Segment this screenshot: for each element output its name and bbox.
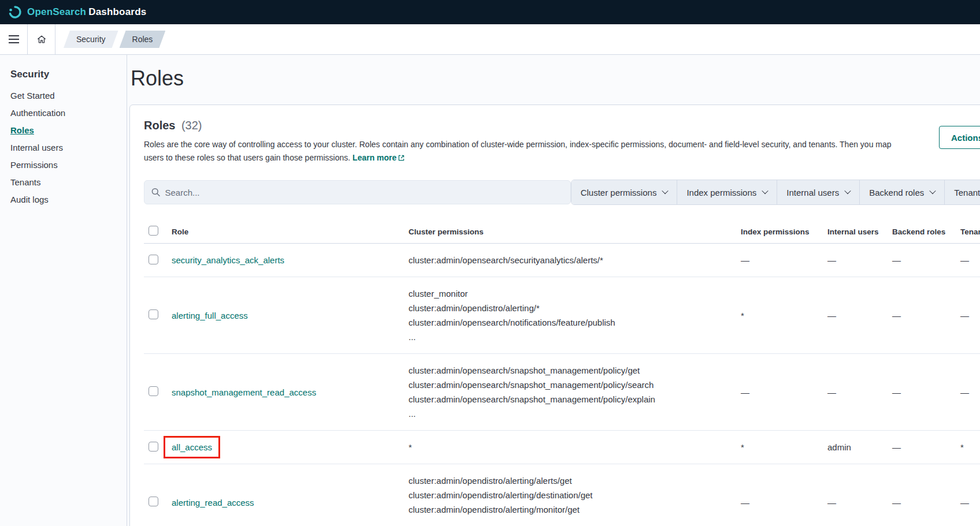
chevron-down-icon [662,188,669,194]
row-checkbox[interactable] [149,255,158,264]
row-checkbox[interactable] [149,309,158,319]
cluster-permission: cluster:admin/opendistro/alerting/destin… [409,488,741,502]
sidebar-item-internal-users[interactable]: Internal users [10,143,121,152]
external-link-icon [398,155,404,161]
description-text: Roles are the core way of controlling ac… [144,140,892,162]
sidebar-item-permissions[interactable]: Permissions [10,160,121,170]
role-link[interactable]: security_analytics_ack_alerts [172,255,284,265]
app-title: OpenSearchDashboards [27,6,146,18]
role-link[interactable]: alerting_full_access [172,311,248,320]
filter-cluster-permissions[interactable]: Cluster permissions [571,180,678,204]
cluster-permission-ellipsis: ... [409,330,741,344]
table-row: security_analytics_ack_alerts cluster:ad… [144,244,980,277]
security-sidebar: Security Get Started Authentication Role… [0,55,127,526]
column-header-backend-roles: Backend roles [892,227,960,236]
tenants-value: — [960,255,980,265]
main-content: Roles Roles (32) Actions Roles are the c… [127,55,980,526]
filter-label: Cluster permissions [581,188,657,197]
backend-roles-value: — [892,387,960,397]
opensearch-logo[interactable]: OpenSearchDashboards [8,5,146,19]
select-all-checkbox[interactable] [149,226,158,236]
sidebar-item-get-started[interactable]: Get Started [10,91,121,100]
column-header-role: Role [172,227,409,236]
tenants-value: — [960,387,980,397]
index-permissions-value: — [741,387,827,397]
sidebar-item-roles[interactable]: Roles [10,125,121,135]
roles-table: Role Cluster permissions Index permissio… [144,222,980,526]
menu-icon [9,35,19,43]
filter-label: Tenants [954,188,980,197]
column-header-cluster-permissions: Cluster permissions [409,227,741,236]
tenants-value: — [960,311,980,320]
internal-users-value: — [827,311,892,320]
sidebar-item-authentication[interactable]: Authentication [10,108,121,118]
breadcrumb-security[interactable]: Security [64,31,118,48]
internal-users-value: — [827,387,892,397]
chevron-down-icon [762,188,769,194]
panel-title: Roles [144,119,175,132]
row-checkbox[interactable] [149,442,158,452]
menu-button[interactable] [0,24,28,54]
backend-roles-value: — [892,255,960,265]
cluster-permission: cluster:admin/opensearch/securityanalyti… [409,253,741,267]
home-icon [36,34,47,44]
filter-tenants[interactable]: Tenants [945,180,980,204]
index-permissions-value: — [741,255,827,265]
cluster-permission: cluster:admin/opendistro/alerting/alerts… [409,473,741,488]
index-permissions-value: — [741,498,827,508]
filter-backend-roles[interactable]: Backend roles [860,180,945,204]
internal-users-value: — [827,498,892,508]
tenants-value: * [960,442,980,452]
cluster-permission: cluster:admin/opensearch/snapshot_manage… [409,378,741,392]
cluster-permission: cluster:admin/opendistro/alerting/monito… [409,502,741,517]
annotation-highlight-box: all_access [164,436,220,458]
table-row: all_access * * admin — * [144,431,980,464]
role-link[interactable]: all_access [172,442,212,452]
table-header-row: Role Cluster permissions Index permissio… [144,222,980,244]
search-box [144,180,571,204]
chevron-down-icon [930,188,936,194]
backend-roles-value: — [892,311,960,320]
panel-description: Roles are the core way of controlling ac… [144,138,895,165]
cluster-permission: cluster:admin/opensearch/snapshot_manage… [409,363,741,378]
page-title: Roles [131,66,980,91]
internal-users-value: admin [827,442,892,452]
app-header: OpenSearchDashboards [0,0,980,24]
learn-more-link[interactable]: Learn more [352,153,404,162]
filter-group: Cluster permissions Index permissions In… [571,180,980,205]
role-link[interactable]: alerting_read_access [172,498,254,508]
panel-header: Roles (32) Actions Roles are the core wa… [144,119,980,165]
table-row: alerting_read_access cluster:admin/opend… [144,464,980,526]
role-link[interactable]: snapshot_management_read_access [172,387,316,397]
search-input[interactable] [165,188,563,197]
chevron-down-icon [845,188,851,194]
sidebar-item-tenants[interactable]: Tenants [10,177,121,187]
actions-button[interactable]: Actions [939,126,980,149]
filter-internal-users[interactable]: Internal users [777,180,860,204]
cluster-permission: cluster:admin/opendistro/alerting/* [409,301,741,315]
sidebar-title: Security [10,69,121,80]
roles-count: (32) [181,119,202,132]
search-and-filters: Cluster permissions Index permissions In… [144,180,980,205]
backend-roles-value: — [892,498,960,508]
home-button[interactable] [28,24,55,54]
cluster-permission: cluster:admin/opensearch/snapshot_manage… [409,392,741,406]
roles-panel: Roles (32) Actions Roles are the core wa… [129,105,980,526]
breadcrumb-roles: Roles [120,31,166,48]
filter-label: Internal users [786,188,839,197]
filter-index-permissions[interactable]: Index permissions [677,180,777,204]
sidebar-item-audit-logs[interactable]: Audit logs [10,195,121,204]
row-checkbox[interactable] [149,386,158,396]
breadcrumb-bar: Security Roles [0,24,980,55]
cluster-permission-ellipsis: ... [409,406,741,421]
table-row: snapshot_management_read_access cluster:… [144,354,980,431]
opensearch-logo-icon [8,5,22,19]
cluster-permission-ellipsis: ... [409,517,741,526]
index-permissions-value: * [741,442,827,452]
table-row: alerting_full_access cluster_monitor clu… [144,277,980,354]
column-header-internal-users: Internal users [827,227,892,236]
row-checkbox[interactable] [149,497,158,506]
filter-label: Index permissions [686,188,756,197]
column-header-index-permissions: Index permissions [741,227,827,236]
column-header-tenants: Tenants [960,227,980,236]
